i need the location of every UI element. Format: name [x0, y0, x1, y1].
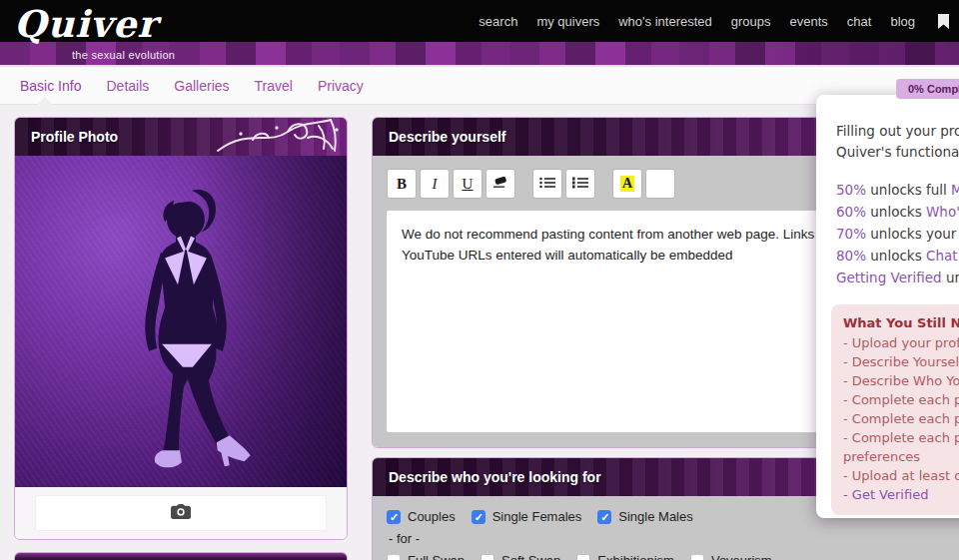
profile-photo-image — [15, 156, 347, 487]
nav-my-quivers[interactable]: my quivers — [536, 14, 599, 29]
unlock-text: unlocks full — [866, 182, 951, 198]
checkbox-couples[interactable]: Couples — [387, 509, 456, 524]
camera-icon — [171, 504, 191, 523]
profile-tabs: Basic Info Details Galleries Travel Priv… — [0, 67, 959, 105]
todo-item: - Upload at least one — [843, 466, 959, 485]
todo-title: What You Still Need To — [843, 315, 959, 330]
checkbox-label: Exhibitionism — [597, 553, 674, 560]
eraser-icon — [492, 176, 508, 193]
unlock-percent: 60% — [836, 204, 866, 220]
unordered-list-button[interactable] — [532, 169, 562, 199]
checkbox-single-females[interactable]: Single Females — [472, 509, 582, 524]
unlock-link[interactable]: Member — [951, 182, 959, 198]
checkbox-icon[interactable] — [480, 554, 494, 560]
page: { "header": { "logo_title": "Quiver", "l… — [0, 0, 959, 560]
silhouette-figure — [15, 156, 347, 487]
unlock-list: 50% unlocks full Member 60% unlocks Who'… — [836, 179, 959, 288]
nav-events[interactable]: events — [790, 14, 828, 29]
unlock-row-70: 70% unlocks your ability — [836, 223, 959, 245]
eraser-button[interactable] — [485, 169, 515, 199]
checkbox-single-males[interactable]: Single Males — [597, 509, 692, 524]
photo-upload-area — [15, 487, 347, 539]
nav-groups[interactable]: groups — [731, 14, 771, 29]
underline-button[interactable]: U — [453, 169, 482, 199]
popover-intro: Filling out your profile u — [836, 121, 959, 142]
checkbox-label: Single Females — [492, 509, 582, 524]
todo-box: What You Still Need To - Upload your pro… — [831, 304, 959, 515]
checkbox-icon[interactable] — [387, 510, 401, 524]
activities-row: Full Swap Soft Swap Exhibitionism Voyeur… — [387, 553, 959, 560]
profile-photo-title: Profile Photo — [31, 118, 118, 156]
todo-item: - Complete each pers — [843, 390, 959, 409]
checkbox-icon[interactable] — [472, 510, 485, 524]
unlock-text: unlocks — [942, 270, 959, 285]
checkbox-icon[interactable] — [576, 554, 590, 560]
unlock-text: unlocks — [866, 248, 926, 264]
checkbox-soft-swap[interactable]: Soft Swap — [480, 553, 560, 560]
tab-privacy[interactable]: Privacy — [318, 78, 364, 94]
checkbox-label: Full Swap — [408, 553, 465, 560]
checkbox-icon[interactable] — [690, 554, 704, 560]
unlock-row-60: 60% unlocks Who's Intere — [836, 201, 959, 223]
for-separator: - for - — [389, 531, 959, 546]
unlock-text: unlocks — [866, 204, 926, 220]
tab-basic-info[interactable]: Basic Info — [20, 78, 81, 94]
checkbox-icon[interactable] — [387, 554, 401, 560]
completion-popover: Filling out your profile u Quiver's func… — [816, 95, 959, 518]
unlock-text: unlocks your ability — [866, 226, 959, 242]
todo-item: - Upload your profile p — [843, 333, 959, 352]
logo-text: Quiver — [14, 2, 158, 46]
unlock-percent: Getting Verified — [836, 270, 942, 285]
site-logo[interactable]: Quiver the sexual evolution — [14, 2, 158, 46]
tab-details[interactable]: Details — [106, 78, 149, 94]
checkbox-label: Couples — [408, 509, 456, 524]
nav-whos-interested[interactable]: who's interested — [618, 14, 712, 29]
nav-chat[interactable]: chat — [847, 14, 872, 29]
popover-intro: Quiver's functionality: — [836, 142, 959, 163]
checkbox-full-swap[interactable]: Full Swap — [387, 553, 465, 560]
floral-decoration-icon — [213, 118, 343, 156]
checkbox-label: Soft Swap — [501, 553, 560, 560]
describe-looking-title: Describe who you're looking for — [389, 458, 601, 496]
unlock-row-verified: Getting Verified unlocks — [836, 267, 959, 288]
bookmark-icon[interactable] — [938, 14, 949, 29]
active-tab-caret — [36, 97, 54, 106]
checkbox-voyeurism[interactable]: Voyeurism — [690, 553, 772, 560]
checkbox-label: Single Males — [618, 509, 692, 524]
next-section-header — [14, 552, 348, 560]
completion-badge[interactable]: 0% Comple — [896, 79, 959, 99]
italic-button[interactable]: I — [420, 169, 450, 199]
upload-photo-button[interactable] — [35, 495, 327, 531]
bold-button[interactable]: B — [387, 169, 417, 199]
unlock-row-80: 80% unlocks Chat — [836, 245, 959, 267]
unordered-list-icon — [539, 176, 555, 193]
tab-galleries[interactable]: Galleries — [174, 78, 229, 94]
unlock-link[interactable]: Who's Intere — [926, 204, 959, 220]
logo-tagline: the sexual evolution — [72, 49, 175, 61]
ordered-list-button[interactable] — [565, 169, 595, 199]
profile-photo-card: Profile Photo — [14, 117, 348, 540]
todo-item: - Complete each pers — [843, 409, 959, 428]
nav-search[interactable]: search — [479, 14, 517, 29]
profile-photo-header: Profile Photo — [15, 118, 347, 156]
todo-item: - Complete each pers — [843, 428, 959, 447]
font-color-button[interactable]: A — [612, 169, 642, 199]
nav-blog[interactable]: blog — [890, 14, 915, 29]
checkbox-icon[interactable] — [597, 510, 611, 524]
font-color-icon: A — [620, 176, 634, 192]
unlock-row-50: 50% unlocks full Member — [836, 179, 959, 201]
todo-item: - Describe Yourselves — [843, 352, 959, 371]
blank-toolbar-button[interactable] — [645, 169, 675, 199]
checkbox-exhibitionism[interactable]: Exhibitionism — [576, 553, 674, 560]
unlock-link[interactable]: Chat — [926, 248, 958, 264]
todo-item-get-verified[interactable]: - Get Verified — [843, 485, 959, 504]
unlock-percent: 80% — [836, 248, 866, 264]
ordered-list-icon — [572, 176, 588, 193]
todo-item: - Describe Who You're — [843, 371, 959, 390]
unlock-percent: 50% — [836, 182, 866, 198]
describe-yourself-title: Describe yourself — [389, 118, 506, 156]
todo-item: preferences — [843, 447, 959, 466]
tab-travel[interactable]: Travel — [255, 78, 293, 94]
checkbox-label: Voyeurism — [711, 553, 772, 560]
unlock-percent: 70% — [836, 226, 866, 242]
